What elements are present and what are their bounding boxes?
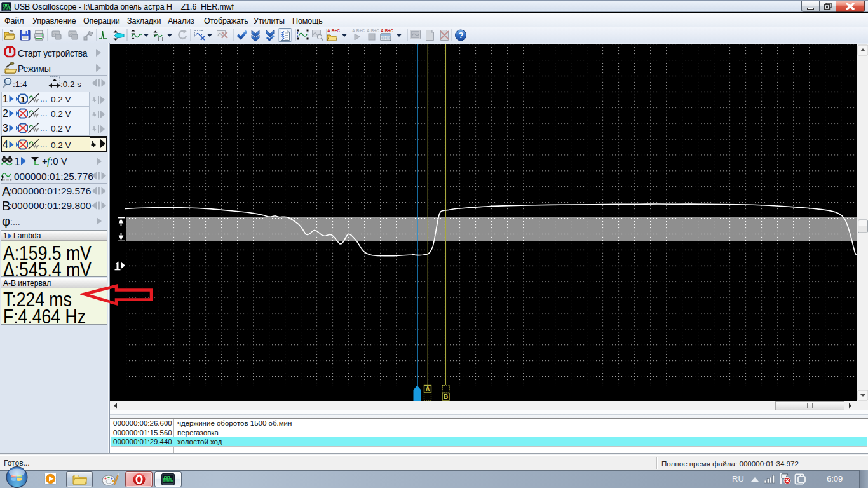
svg-text:φ: φ [2, 214, 10, 228]
svg-text::...: :... [10, 217, 20, 227]
svg-text:3: 3 [3, 123, 8, 133]
svg-text:?: ? [459, 30, 464, 40]
svg-text:B: B [444, 393, 448, 400]
svg-text:A: A [426, 386, 430, 393]
svg-text:000000:01:25.776: 000000:01:25.776 [14, 171, 93, 182]
svg-text:A:B+C: A:B+C [381, 29, 393, 33]
svg-text:4: 4 [3, 139, 8, 150]
svg-text:1: 1 [3, 93, 8, 104]
svg-text::0 V: :0 V [50, 156, 67, 166]
svg-text:1: 1 [14, 156, 20, 168]
svg-text:2: 2 [3, 108, 8, 119]
svg-text::000000:01:29.576: :000000:01:29.576 [9, 186, 91, 196]
svg-text:A:B+C: A:B+C [327, 29, 340, 33]
svg-text::000000:01:29.800: :000000:01:29.800 [9, 200, 92, 211]
svg-text:1: 1 [21, 95, 25, 104]
